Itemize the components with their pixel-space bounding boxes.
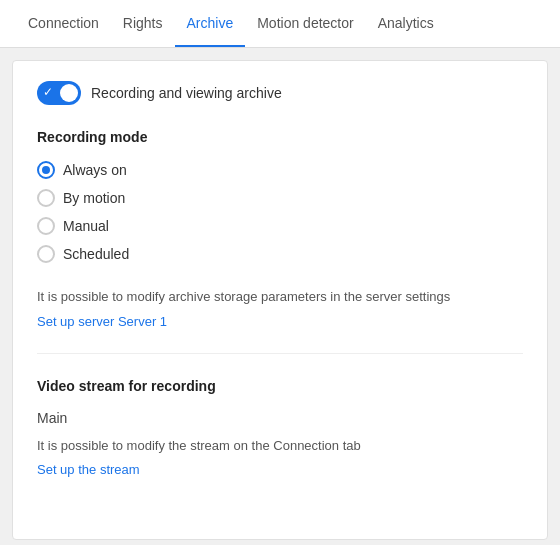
- storage-info-text: It is possible to modify archive storage…: [37, 287, 523, 307]
- tab-archive[interactable]: Archive: [175, 1, 246, 47]
- toggle-label: Recording and viewing archive: [91, 85, 282, 101]
- stream-info-text: It is possible to modify the stream on t…: [37, 436, 523, 456]
- tab-connection[interactable]: Connection: [16, 1, 111, 47]
- radio-always-on[interactable]: Always on: [37, 161, 523, 179]
- radio-manual[interactable]: Manual: [37, 217, 523, 235]
- recording-mode-group: Always on By motion Manual Scheduled: [37, 161, 523, 263]
- radio-circle-scheduled: [37, 245, 55, 263]
- radio-circle-manual: [37, 217, 55, 235]
- radio-by-motion[interactable]: By motion: [37, 189, 523, 207]
- archive-toggle[interactable]: ✓: [37, 81, 81, 105]
- divider: [37, 353, 523, 354]
- tab-rights[interactable]: Rights: [111, 1, 175, 47]
- toggle-checkmark-icon: ✓: [43, 86, 53, 98]
- setup-server-link[interactable]: Set up server Server 1: [37, 314, 167, 329]
- tab-motion-detector[interactable]: Motion detector: [245, 1, 366, 47]
- radio-circle-by-motion: [37, 189, 55, 207]
- radio-scheduled[interactable]: Scheduled: [37, 245, 523, 263]
- tab-analytics[interactable]: Analytics: [366, 1, 446, 47]
- content-area: ✓ Recording and viewing archive Recordin…: [12, 60, 548, 540]
- recording-mode-title: Recording mode: [37, 129, 523, 145]
- radio-label-always-on: Always on: [63, 162, 127, 178]
- radio-circle-always-on: [37, 161, 55, 179]
- radio-label-manual: Manual: [63, 218, 109, 234]
- radio-label-by-motion: By motion: [63, 190, 125, 206]
- setup-stream-link[interactable]: Set up the stream: [37, 462, 140, 477]
- tab-bar: Connection Rights Archive Motion detecto…: [0, 0, 560, 48]
- stream-value: Main: [37, 410, 523, 426]
- radio-label-scheduled: Scheduled: [63, 246, 129, 262]
- toggle-row: ✓ Recording and viewing archive: [37, 81, 523, 105]
- video-stream-title: Video stream for recording: [37, 378, 523, 394]
